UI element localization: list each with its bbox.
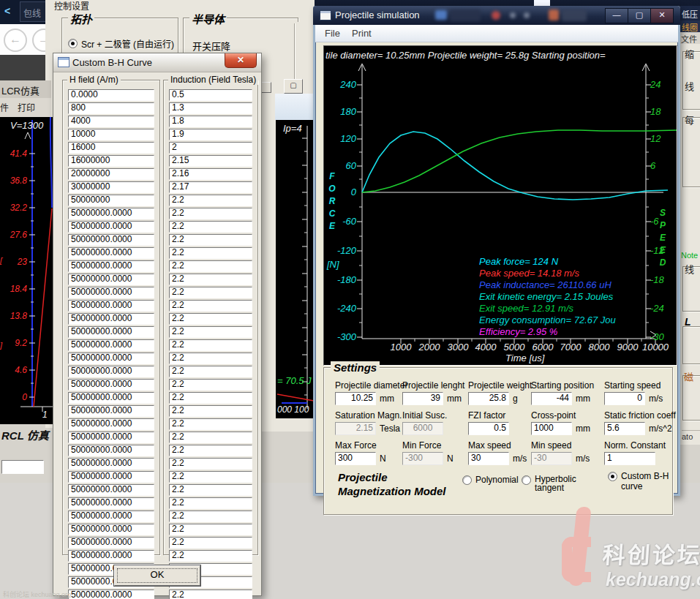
induction-entry[interactable]: 2.2 — [169, 471, 252, 483]
field-value-input[interactable]: 2.15 — [335, 422, 376, 435]
induction-entry[interactable]: 2.2 — [169, 339, 252, 351]
induction-entry[interactable]: 2.2 — [169, 234, 252, 246]
projectile-title-bar[interactable]: Projectile simulation — ▢ ✕ — [313, 6, 680, 25]
model-radio-option[interactable]: Polynomial — [462, 475, 519, 485]
induction-entry[interactable]: 2.2 — [169, 497, 252, 509]
h-field-entry[interactable]: 4000 — [68, 116, 154, 127]
induction-entry[interactable]: 2.2 — [169, 247, 252, 259]
induction-entry[interactable]: 2.2 — [169, 537, 252, 549]
induction-entry[interactable]: 2.2 — [169, 274, 252, 285]
h-field-entry[interactable]: 30000000 — [68, 181, 154, 193]
h-field-entry[interactable]: 50000000 — [68, 195, 154, 206]
induction-entry[interactable]: 2.2 — [169, 208, 252, 219]
field-value-input[interactable]: -44 — [531, 392, 572, 405]
field-value-input[interactable]: -30 — [531, 452, 572, 465]
induction-entry[interactable]: 1.8 — [169, 116, 252, 127]
induction-entry[interactable]: 2.2 — [169, 300, 252, 312]
induction-entry[interactable]: 2.15 — [169, 155, 252, 167]
h-field-entry[interactable]: 50000000.0000 — [68, 458, 154, 470]
induction-entry[interactable]: 2.2 — [169, 484, 252, 496]
induction-entry[interactable]: 2.2 — [169, 550, 252, 562]
h-field-entry[interactable]: 800 — [68, 102, 154, 114]
induction-entry[interactable]: 2.2 — [169, 287, 252, 298]
h-field-list[interactable]: 0.00008004000100001600016000000200000003… — [68, 89, 154, 599]
field-value-input[interactable]: 10.25 — [335, 392, 376, 405]
h-field-entry[interactable]: 50000000.0000 — [68, 418, 154, 430]
menu-file[interactable]: File — [325, 28, 340, 39]
h-field-entry[interactable]: 50000000.0000 — [68, 432, 154, 443]
topology-radio-scr-diode[interactable]: Scr + 二极管 (自由运行) — [68, 37, 174, 50]
field-value-input[interactable]: 0.5 — [468, 422, 509, 435]
field-value-input[interactable]: 1000 — [531, 422, 572, 435]
menu-file-partial[interactable]: 件 — [0, 101, 9, 113]
h-field-entry[interactable]: 50000000.0000 — [68, 484, 154, 496]
h-field-entry[interactable]: 50000000.0000 — [68, 405, 154, 417]
induction-entry[interactable]: 2.2 — [169, 195, 252, 206]
induction-entry[interactable]: 2.2 — [169, 366, 252, 377]
h-field-entry[interactable]: 50000000.0000 — [68, 392, 154, 404]
h-field-entry[interactable]: 50000000.0000 — [68, 524, 154, 535]
field-value-input[interactable]: 5.6 — [604, 422, 645, 435]
field-value-input[interactable]: 0 — [604, 392, 645, 405]
h-field-entry[interactable]: 20000000 — [68, 168, 154, 180]
induction-list[interactable]: 0.51.31.81.922.152.162.172.22.22.22.22.2… — [169, 89, 252, 599]
h-field-entry[interactable]: 50000000.0000 — [68, 445, 154, 456]
induction-entry[interactable]: 2.17 — [169, 181, 252, 193]
timestep-input[interactable] — [1, 460, 44, 474]
dialog-title-bar[interactable]: Custom B-H Curve ✕ — [53, 53, 261, 72]
ok-button[interactable]: OK — [114, 565, 200, 586]
h-field-entry[interactable]: 50000000.0000 — [68, 221, 154, 233]
h-field-entry[interactable]: 50000000.0000 — [68, 550, 154, 562]
menu-print[interactable]: Print — [352, 28, 372, 39]
induction-entry[interactable]: 1.9 — [169, 129, 252, 140]
field-value-input[interactable]: 25.8 — [468, 392, 509, 405]
h-field-entry[interactable]: 50000000.0000 — [68, 379, 154, 391]
h-field-entry[interactable]: 50000000.0000 — [68, 287, 154, 298]
menu-file-cn[interactable]: 文件 — [680, 32, 700, 44]
h-field-entry[interactable]: 50000000.0000 — [68, 247, 154, 259]
induction-entry[interactable]: 2.2 — [169, 445, 252, 456]
h-field-entry[interactable]: 50000000.0000 — [68, 497, 154, 509]
h-field-entry[interactable]: 50000000.0000 — [68, 511, 154, 522]
induction-entry[interactable]: 2.2 — [169, 524, 252, 535]
induction-entry[interactable]: 2.2 — [169, 392, 252, 404]
close-icon[interactable]: ✕ — [225, 53, 257, 68]
h-field-entry[interactable]: 50000000.0000 — [68, 274, 154, 285]
induction-entry[interactable]: 2.2 — [169, 589, 252, 599]
induction-entry[interactable]: 2.2 — [169, 353, 252, 364]
h-field-entry[interactable]: 10000 — [68, 129, 154, 140]
field-value-input[interactable]: 1 — [604, 452, 655, 465]
induction-entry[interactable]: 2.2 — [169, 458, 252, 470]
induction-entry[interactable]: 2.2 — [169, 405, 252, 417]
collapse-chevron-icon[interactable]: < — [4, 5, 10, 17]
h-field-entry[interactable]: 16000000 — [68, 155, 154, 167]
field-value-input[interactable]: 6000 — [402, 422, 443, 435]
h-field-entry[interactable]: 0.0000 — [68, 89, 154, 101]
h-field-entry[interactable]: 50000000.0000 — [68, 537, 154, 549]
h-field-entry[interactable]: 50000000.0000 — [68, 353, 154, 364]
field-value-input[interactable]: 300 — [335, 452, 376, 465]
induction-entry[interactable]: 1.3 — [169, 102, 252, 114]
h-field-entry[interactable]: 50000000.0000 — [68, 260, 154, 272]
h-field-entry[interactable]: 50000000.0000 — [68, 366, 154, 377]
h-field-entry[interactable]: 50000000.0000 — [68, 313, 154, 325]
close-button[interactable]: ✕ — [650, 8, 674, 23]
field-value-input[interactable]: 30 — [468, 452, 509, 465]
h-field-entry[interactable]: 50000000.0000 — [68, 471, 154, 483]
induction-entry[interactable]: 0.5 — [169, 89, 252, 101]
h-field-entry[interactable]: 50000000.0000 — [68, 339, 154, 351]
induction-entry[interactable]: 2.2 — [169, 379, 252, 391]
menu-print[interactable]: 打印 — [18, 101, 35, 113]
restore-button[interactable]: ▢ — [284, 79, 303, 94]
h-field-entry[interactable]: 50000000.0000 — [68, 326, 154, 338]
minimize-button[interactable]: — — [605, 8, 628, 23]
h-field-entry[interactable]: 50000000.0000 — [68, 208, 154, 219]
maximize-button[interactable]: ▢ — [628, 8, 651, 23]
field-value-input[interactable]: 39 — [402, 392, 443, 405]
induction-entry[interactable]: 2.2 — [169, 313, 252, 325]
induction-entry[interactable]: 2.2 — [169, 260, 252, 272]
field-value-input[interactable]: -300 — [402, 452, 443, 465]
back-arrow-icon[interactable]: ← — [4, 29, 27, 52]
model-radio-option[interactable]: Hyperbolic tangent — [522, 475, 580, 492]
induction-entry[interactable]: 2.2 — [169, 418, 252, 430]
